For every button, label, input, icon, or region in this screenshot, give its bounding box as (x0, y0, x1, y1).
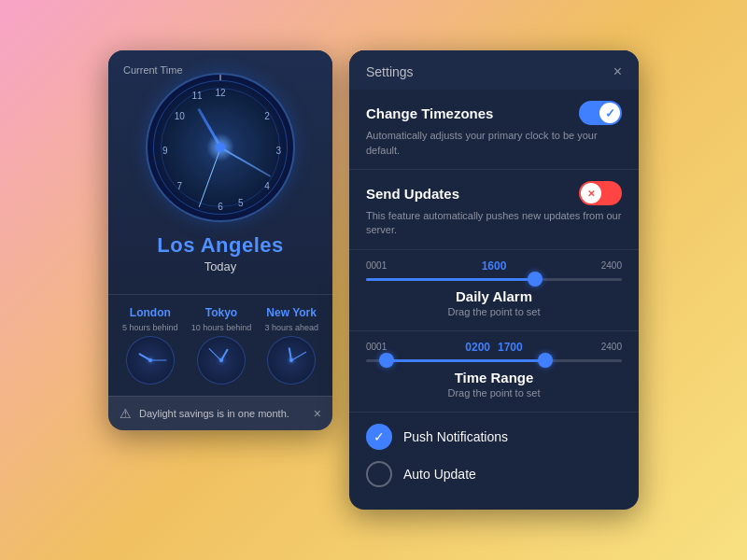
london-minute-hand (150, 360, 167, 361)
city-name: Los Angeles (123, 233, 317, 258)
change-timezones-desc: Automatically adjusts your primary clock… (366, 129, 622, 158)
clock-num-12: 12 (215, 87, 225, 97)
time-range-right-label: 2400 (601, 342, 622, 352)
time-range-left-label: 0001 (366, 342, 387, 352)
send-updates-desc: This feature automatically pushes new up… (366, 209, 622, 238)
clock-num-11: 11 (191, 91, 202, 101)
tokyo-diff: 10 hours behind (191, 323, 252, 332)
clock-num-10: 10 (175, 110, 185, 120)
change-timezones-toggle[interactable] (579, 101, 622, 125)
daily-alarm-left-label: 0001 (366, 260, 387, 271)
alert-close-button[interactable]: × (314, 406, 321, 421)
clock-num-6: 6 (218, 201, 223, 211)
auto-update-label: Auto Update (403, 467, 476, 482)
daily-alarm-title: Daily Alarm (366, 288, 622, 304)
daily-alarm-track[interactable] (366, 278, 622, 281)
send-updates-section: Send Updates This feature automatically … (349, 170, 639, 250)
time-range-fill (387, 359, 545, 362)
alert-text: Daylight savings is in one month. (139, 408, 306, 419)
daily-alarm-thumb[interactable] (528, 272, 543, 287)
change-timezones-label: Change Timezones (366, 105, 493, 121)
settings-close-button[interactable]: × (613, 63, 622, 80)
toggle-knob-off (581, 183, 601, 203)
push-notifications-row: ✓ Push Notifications (366, 424, 622, 450)
clock-num-9: 9 (162, 146, 168, 156)
push-notifications-check-icon: ✓ (374, 429, 385, 444)
auto-update-row: Auto Update (366, 461, 622, 487)
clock-section: Current Time 12 2 3 4 5 6 7 9 10 11 (108, 50, 332, 285)
settings-title: Settings (366, 64, 414, 79)
tokyo-clock (197, 336, 246, 385)
world-clock-tokyo: Tokyo 10 hours behind (191, 306, 252, 385)
time-range-thumb-end[interactable] (538, 353, 553, 368)
change-timezones-section: Change Timezones Automatically adjusts y… (349, 90, 639, 170)
tokyo-center (219, 358, 223, 362)
clock-num-5: 5 (238, 198, 244, 208)
main-clock: 12 2 3 4 5 6 7 9 10 11 (123, 65, 317, 226)
send-updates-row: Send Updates (366, 181, 622, 205)
tokyo-city: Tokyo (205, 306, 237, 319)
current-time-label: Current Time (123, 63, 183, 77)
change-timezones-row: Change Timezones (366, 101, 622, 125)
time-range-thumb-start[interactable] (379, 353, 394, 368)
clock-face: 12 2 3 4 5 6 7 9 10 11 (146, 73, 295, 222)
newyork-clock (267, 336, 316, 385)
send-updates-toggle[interactable] (579, 181, 622, 205)
right-panel: Settings × Change Timezones Automaticall… (349, 50, 639, 510)
time-range-end-value: 1700 (498, 341, 523, 354)
daily-alarm-fill (366, 278, 535, 281)
daily-alarm-desc: Drag the point to set (366, 306, 622, 317)
clock-center (216, 143, 225, 152)
left-panel: Current Time 12 2 3 4 5 6 7 9 10 11 (108, 50, 332, 430)
daily-alarm-right-label: 2400 (601, 260, 622, 271)
time-range-section: 0001 0200 1700 2400 Time Range Drag the … (349, 331, 639, 413)
time-range-start-value: 0200 (465, 341, 490, 354)
london-city: London (130, 306, 171, 319)
time-range-labels: 0001 0200 1700 2400 (366, 341, 622, 354)
world-clocks: London 5 hours behind Tokyo 10 hours beh… (108, 295, 332, 396)
warning-icon: ⚠ (120, 406, 132, 421)
send-updates-label: Send Updates (366, 186, 459, 202)
newyork-city: New York (266, 306, 317, 319)
toggle-knob-on (599, 103, 620, 123)
london-clock (126, 336, 175, 385)
newyork-minute-hand (291, 352, 306, 361)
settings-header: Settings × (349, 50, 639, 90)
clock-num-7: 7 (177, 180, 183, 190)
alert-bar: ⚠ Daylight savings is in one month. × (108, 396, 332, 430)
daily-alarm-labels: 0001 1600 2400 (366, 259, 622, 273)
time-range-title: Time Range (366, 370, 622, 385)
london-diff: 5 hours behind (122, 323, 178, 332)
clock-tick (219, 75, 221, 80)
time-range-values: 0200 1700 (465, 341, 522, 354)
newyork-diff: 3 hours ahead (264, 323, 318, 332)
world-clock-london: London 5 hours behind (122, 306, 178, 385)
city-date: Today (123, 259, 317, 273)
newyork-center (289, 358, 293, 362)
push-notifications-checkbox[interactable]: ✓ (366, 424, 392, 450)
world-clock-newyork: New York 3 hours ahead (264, 306, 318, 385)
clock-num-3: 3 (276, 146, 282, 156)
time-range-track[interactable] (366, 359, 622, 362)
auto-update-checkbox[interactable] (366, 461, 392, 487)
push-notifications-label: Push Notifications (403, 429, 508, 444)
time-range-desc: Drag the point to set (366, 387, 622, 399)
clock-num-4: 4 (264, 180, 270, 190)
clock-num-2: 2 (264, 110, 270, 120)
checkbox-section: ✓ Push Notifications Auto Update (349, 413, 639, 510)
london-center (148, 358, 152, 362)
daily-alarm-value: 1600 (482, 259, 507, 273)
daily-alarm-section: 0001 1600 2400 Daily Alarm Drag the poin… (349, 250, 639, 331)
